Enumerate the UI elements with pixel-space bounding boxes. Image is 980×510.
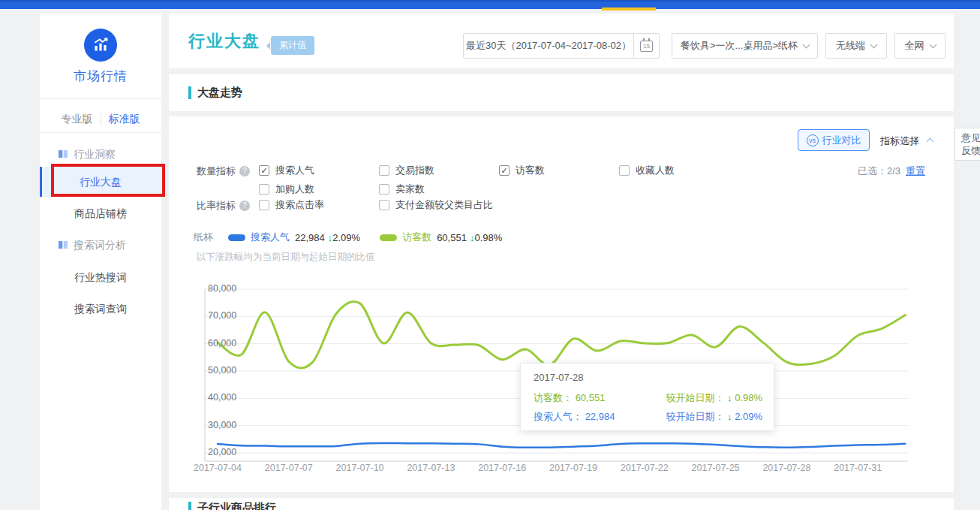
trend-section-header: 大盘走势 bbox=[169, 74, 954, 111]
tab-standard[interactable]: 标准版 bbox=[101, 113, 148, 126]
legend-swatch-search-popularity bbox=[228, 234, 245, 241]
checkbox-box: ✓ bbox=[379, 184, 389, 195]
checkbox-payment-share[interactable]: ✓ 支付金额较父类目占比 bbox=[379, 198, 493, 212]
down-arrow-icon: ↓ bbox=[727, 392, 732, 403]
tooltip-compare-label: 较开始日期： bbox=[666, 392, 724, 403]
checkbox-box: ✓ bbox=[379, 165, 389, 176]
sidebar-item-label: 行业洞察 bbox=[74, 143, 116, 165]
section-title: 大盘走势 bbox=[197, 86, 242, 100]
metric-select-toggle[interactable]: 指标选择 bbox=[880, 134, 933, 148]
sidebar-item-search-word-query[interactable]: 搜索词查询 bbox=[40, 297, 161, 320]
next-section-title: 子行业商品排行 bbox=[197, 501, 276, 510]
vs-icon: vs bbox=[807, 134, 819, 146]
legend-name[interactable]: 搜索人气 bbox=[251, 231, 290, 244]
book-icon bbox=[58, 149, 68, 159]
legend-name[interactable]: 访客数 bbox=[402, 231, 431, 244]
tooltip-series-name: 搜索人气： bbox=[534, 411, 582, 422]
page-header: 行业大盘 累计值 最近30天（2017-07-04~2017-08-02） 15… bbox=[169, 14, 954, 68]
sidebar-item-industry-insight[interactable]: 行业洞察 bbox=[40, 143, 161, 165]
terminal-selector[interactable]: 无线端 bbox=[825, 33, 887, 59]
market-analytics-logo-icon bbox=[84, 29, 117, 62]
chevron-down-icon bbox=[929, 41, 936, 48]
sidebar-item-industry-hot-search-words[interactable]: 行业热搜词 bbox=[40, 266, 161, 288]
checkbox-label: 搜索人气 bbox=[275, 164, 314, 177]
series-line-搜索人气 bbox=[218, 443, 905, 448]
reset-link[interactable]: 重置 bbox=[906, 164, 925, 178]
sidebar-item-industry-dashboard[interactable]: 行业大盘 bbox=[40, 167, 161, 197]
bar-trend-icon bbox=[91, 35, 110, 55]
x-tick-label: 2017-07-04 bbox=[182, 463, 253, 473]
date-range-selector[interactable]: 最近30天（2017-07-04~2017-08-02） 15 bbox=[463, 33, 660, 59]
chart-tooltip: 2017-07-28 访客数： 60,551 较开始日期： ↓ 0.98% 搜索… bbox=[520, 363, 774, 431]
x-tick-label: 2017-07-19 bbox=[538, 463, 609, 473]
y-tick-label: 70,000 bbox=[208, 310, 236, 321]
help-icon[interactable]: ? bbox=[239, 166, 250, 177]
checkbox-box: ✓ bbox=[259, 200, 269, 210]
checkbox-search-ctr[interactable]: ✓ 搜索点击率 bbox=[259, 198, 324, 212]
sidebar-item-label: 商品店铺榜 bbox=[74, 207, 127, 219]
feedback-tab[interactable]: 意见 反馈 bbox=[954, 128, 980, 161]
chevron-down-icon bbox=[803, 41, 810, 48]
category-value: 餐饮具>一次...桌用品>纸杯 bbox=[681, 39, 798, 53]
legend-value: 22,984 bbox=[295, 232, 325, 243]
checkbox-seller-count[interactable]: ✓ 卖家数 bbox=[379, 183, 425, 196]
x-tick-label: 2017-07-10 bbox=[325, 463, 395, 473]
compare-button-label: 行业对比 bbox=[822, 134, 861, 147]
checkbox-cart-add-count[interactable]: ✓ 加购人数 bbox=[259, 183, 314, 196]
trend-chart-card: vs 行业对比 指标选择 数量指标 ? ✓ 搜索人气 ✓ 交易指数 ✓ 访客数 … bbox=[169, 116, 954, 492]
checkbox-box: ✓ bbox=[259, 184, 269, 195]
checkbox-box: ✓ bbox=[499, 165, 510, 176]
x-tick-label: 2017-07-25 bbox=[681, 463, 751, 473]
checkbox-label: 收藏人数 bbox=[636, 164, 675, 177]
checkbox-label: 交易指数 bbox=[395, 164, 434, 177]
checkbox-label: 支付金额较父类目占比 bbox=[395, 198, 493, 212]
sidebar-item-product-shop-ranking[interactable]: 商品店铺榜 bbox=[40, 202, 161, 225]
legend-swatch-visitor-count bbox=[380, 234, 397, 241]
tooltip-series-value: 22,984 bbox=[585, 411, 615, 422]
tooltip-date: 2017-07-28 bbox=[534, 372, 584, 383]
checkbox-visitor-count[interactable]: ✓ 访客数 bbox=[499, 164, 545, 177]
sidebar-item-search-word-analysis[interactable]: 搜索词分析 bbox=[40, 234, 161, 256]
checkbox-favorite-count[interactable]: ✓ 收藏人数 bbox=[619, 164, 675, 177]
x-tick-label: 2017-07-28 bbox=[751, 463, 822, 473]
y-tick-label: 30,000 bbox=[208, 420, 236, 430]
checkbox-label: 加购人数 bbox=[275, 183, 314, 196]
industry-compare-button[interactable]: vs 行业对比 bbox=[798, 129, 870, 151]
tooltip-series-name: 访客数： bbox=[534, 392, 573, 403]
chevron-up-icon bbox=[926, 138, 933, 146]
cumulative-value-badge: 累计值 bbox=[271, 36, 314, 55]
series-line-访客数 bbox=[218, 301, 905, 368]
category-selector[interactable]: 餐饮具>一次...桌用品>纸杯 bbox=[672, 33, 818, 59]
checkbox-box: ✓ bbox=[619, 165, 630, 176]
sidebar-item-label: 搜索词查询 bbox=[74, 303, 127, 315]
scope-value: 全网 bbox=[905, 39, 924, 53]
checkbox-box: ✓ bbox=[379, 200, 389, 210]
top-nav-bar bbox=[0, 0, 980, 9]
checkbox-label: 搜索点击率 bbox=[275, 198, 324, 212]
legend-category: 纸杯 bbox=[194, 231, 213, 244]
checkbox-label: 访客数 bbox=[516, 164, 545, 177]
checkbox-label: 卖家数 bbox=[395, 183, 425, 196]
section-accent-bar bbox=[188, 86, 191, 99]
scope-selector[interactable]: 全网 bbox=[894, 33, 945, 59]
metric-select-label: 指标选择 bbox=[880, 135, 919, 146]
selected-count: 已选：2/3 bbox=[858, 164, 900, 178]
app-title: 市场行情 bbox=[40, 68, 161, 85]
y-tick-label: 60,000 bbox=[208, 338, 236, 349]
checkbox-transaction-index[interactable]: ✓ 交易指数 bbox=[379, 164, 434, 177]
date-range-value: 最近30天（2017-07-04~2017-08-02） bbox=[464, 39, 633, 53]
tab-professional[interactable]: 专业版 bbox=[54, 113, 101, 126]
checkbox-search-popularity[interactable]: ✓ 搜索人气 bbox=[259, 164, 314, 177]
help-icon[interactable]: ? bbox=[239, 201, 250, 211]
version-tabs: 专业版 标准版 bbox=[40, 107, 161, 131]
legend-change: 0.98% bbox=[474, 232, 502, 243]
y-tick-label: 50,000 bbox=[208, 365, 236, 376]
ratio-metrics-label: 比率指标 ? bbox=[197, 199, 250, 213]
feedback-line2: 反馈 bbox=[961, 144, 980, 157]
terminal-value: 无线端 bbox=[836, 39, 865, 53]
legend-value: 60,551 bbox=[437, 232, 467, 243]
sidebar-item-label: 行业大盘 bbox=[80, 176, 122, 188]
calendar-button[interactable]: 15 bbox=[633, 34, 659, 58]
next-section-header: 子行业商品排行 bbox=[169, 498, 954, 510]
tooltip-change: 2.09% bbox=[735, 411, 762, 422]
